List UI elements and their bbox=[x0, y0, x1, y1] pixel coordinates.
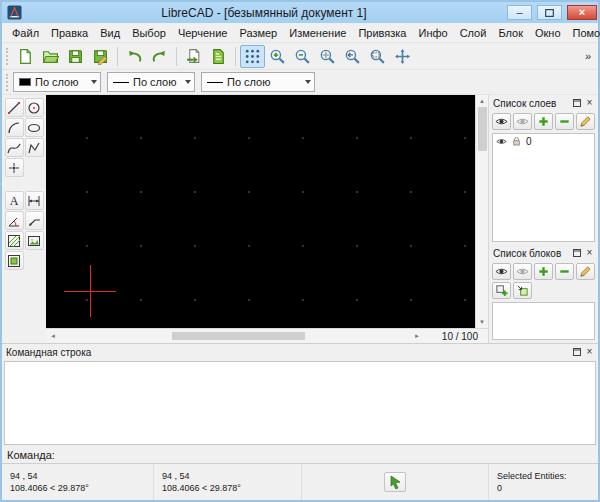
zoom-in-button[interactable] bbox=[265, 45, 290, 68]
linetype-sample-icon bbox=[207, 82, 223, 83]
command-panel-float-button[interactable] bbox=[570, 346, 583, 359]
menu-layer[interactable]: Слой bbox=[454, 25, 493, 41]
snap-indicator-button[interactable] bbox=[384, 472, 406, 492]
menu-view[interactable]: Вид bbox=[94, 25, 126, 41]
redo-button[interactable] bbox=[147, 45, 172, 68]
menu-select[interactable]: Выбор bbox=[126, 25, 172, 41]
command-panel-close-button[interactable]: × bbox=[583, 346, 596, 359]
command-panel-header: Командная строка × bbox=[2, 344, 598, 360]
circle-icon bbox=[27, 101, 41, 115]
tool-ellipse[interactable] bbox=[25, 118, 44, 137]
zoom-auto-icon bbox=[319, 48, 336, 65]
zoom-previous-button[interactable] bbox=[340, 45, 365, 68]
block-list[interactable] bbox=[492, 302, 595, 340]
pen-width-select[interactable]: По слою bbox=[107, 72, 195, 92]
toolbar-grip[interactable] bbox=[6, 74, 9, 91]
edit-block-button[interactable] bbox=[576, 263, 595, 280]
tool-dimension[interactable] bbox=[25, 191, 44, 210]
maximize-button[interactable] bbox=[537, 5, 562, 20]
zoom-auto-button[interactable] bbox=[315, 45, 340, 68]
hide-all-blocks-button[interactable] bbox=[513, 263, 532, 280]
tool-block[interactable] bbox=[5, 251, 24, 270]
print-preview-button[interactable] bbox=[181, 45, 206, 68]
block-panel-float-button[interactable] bbox=[570, 247, 583, 260]
menu-draw[interactable]: Черчение bbox=[172, 25, 234, 41]
create-block-button[interactable] bbox=[492, 282, 511, 299]
menu-snap[interactable]: Привязка bbox=[352, 25, 412, 41]
tool-spline[interactable] bbox=[5, 138, 24, 157]
tool-hatch[interactable] bbox=[5, 231, 24, 250]
tool-dim-angular[interactable] bbox=[5, 211, 24, 230]
command-input[interactable] bbox=[61, 448, 593, 461]
main-area: A ▲ ▼ bbox=[2, 95, 598, 343]
scroll-up-icon[interactable]: ▲ bbox=[479, 95, 485, 107]
scroll-down-icon[interactable]: ▼ bbox=[479, 316, 485, 328]
tool-text[interactable]: A bbox=[5, 191, 24, 210]
horizontal-scroll-track[interactable] bbox=[60, 329, 410, 343]
new-document-icon bbox=[17, 48, 34, 65]
menu-help[interactable]: Помощь bbox=[567, 25, 600, 41]
edit-layer-button[interactable] bbox=[576, 113, 595, 130]
menu-info[interactable]: Инфо bbox=[412, 25, 453, 41]
tool-polyline[interactable] bbox=[25, 138, 44, 157]
vertical-scrollbar[interactable]: ▲ ▼ bbox=[475, 95, 488, 328]
pen-toolbar: По слою По слою По слою bbox=[2, 70, 598, 95]
tool-point[interactable] bbox=[5, 158, 24, 177]
menu-window[interactable]: Окно bbox=[529, 25, 567, 41]
layer-row[interactable]: 0 bbox=[493, 134, 594, 149]
pen-linetype-select[interactable]: По слою bbox=[201, 72, 315, 92]
drawing-canvas[interactable] bbox=[46, 95, 475, 328]
layer-panel-float-button[interactable] bbox=[570, 97, 583, 110]
insert-block-button[interactable] bbox=[513, 282, 532, 299]
zoom-out-button[interactable] bbox=[290, 45, 315, 68]
layer-panel-close-button[interactable]: × bbox=[583, 97, 596, 110]
zoom-pan-button[interactable] bbox=[390, 45, 415, 68]
command-history[interactable] bbox=[4, 361, 596, 445]
window-title: LibreCAD - [безымянный документ 1] bbox=[26, 6, 502, 20]
open-file-button[interactable] bbox=[38, 45, 63, 68]
show-all-layers-button[interactable] bbox=[492, 113, 511, 130]
command-panel-title: Командная строка bbox=[6, 347, 570, 358]
tool-leader[interactable] bbox=[25, 211, 44, 230]
save-button[interactable] bbox=[63, 45, 88, 68]
vertical-scroll-thumb[interactable] bbox=[478, 107, 487, 151]
scroll-right-icon[interactable]: ► bbox=[410, 333, 424, 339]
save-as-button[interactable] bbox=[88, 45, 113, 68]
rel-coord-line1: 94 , 54 bbox=[162, 471, 293, 481]
zoom-window-button[interactable] bbox=[365, 45, 390, 68]
menu-edit[interactable]: Правка bbox=[45, 25, 94, 41]
pen-color-value: По слою bbox=[35, 76, 79, 88]
menu-file[interactable]: Файл bbox=[6, 25, 45, 41]
menu-dimension[interactable]: Размер bbox=[233, 25, 283, 41]
statusbar: 94 , 54 108.4066 < 29.878° 94 , 54 108.4… bbox=[2, 463, 598, 500]
add-layer-button[interactable] bbox=[534, 113, 553, 130]
undo-button[interactable] bbox=[122, 45, 147, 68]
add-block-button[interactable] bbox=[534, 263, 553, 280]
export-button[interactable] bbox=[206, 45, 231, 68]
tool-line[interactable] bbox=[5, 98, 24, 117]
horizontal-scroll-thumb[interactable] bbox=[172, 332, 305, 340]
menu-modify[interactable]: Изменение bbox=[283, 25, 352, 41]
tool-image[interactable] bbox=[25, 231, 44, 250]
titlebar[interactable]: LibreCAD - [безымянный документ 1] – × bbox=[2, 2, 598, 23]
close-button[interactable]: × bbox=[567, 5, 597, 20]
toolbar-overflow-button[interactable]: » bbox=[580, 50, 596, 62]
scroll-left-icon[interactable]: ◄ bbox=[46, 333, 60, 339]
minimize-button[interactable]: – bbox=[507, 5, 532, 20]
block-panel-close-button[interactable]: × bbox=[583, 247, 596, 260]
menubar: Файл Правка Вид Выбор Черчение Размер Из… bbox=[2, 23, 598, 43]
tool-circle[interactable] bbox=[25, 98, 44, 117]
rel-coord-line2: 108.4066 < 29.878° bbox=[162, 483, 293, 493]
toolbar-grip[interactable] bbox=[6, 48, 9, 65]
remove-block-button[interactable] bbox=[555, 263, 574, 280]
new-document-button[interactable] bbox=[13, 45, 38, 68]
show-all-blocks-button[interactable] bbox=[492, 263, 511, 280]
grid-snap-button[interactable] bbox=[240, 45, 265, 68]
layer-lock-icon bbox=[511, 136, 522, 147]
tool-arc[interactable] bbox=[5, 118, 24, 137]
remove-layer-button[interactable] bbox=[555, 113, 574, 130]
dimension-icon bbox=[27, 194, 41, 208]
hide-all-layers-button[interactable] bbox=[513, 113, 532, 130]
pen-color-select[interactable]: По слою bbox=[13, 72, 101, 92]
menu-block[interactable]: Блок bbox=[492, 25, 529, 41]
